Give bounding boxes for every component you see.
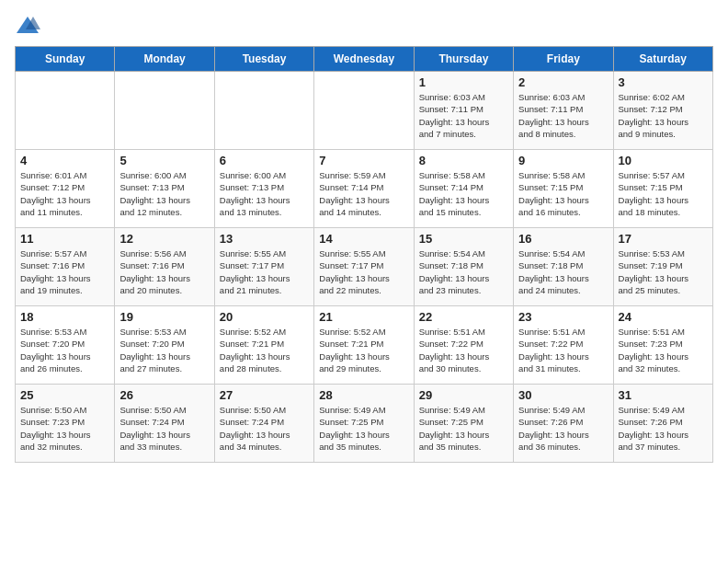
day-info: Sunrise: 5:58 AM Sunset: 7:15 PM Dayligh…: [518, 169, 608, 218]
day-info: Sunrise: 5:49 AM Sunset: 7:25 PM Dayligh…: [319, 404, 408, 453]
day-info: Sunrise: 5:52 AM Sunset: 7:21 PM Dayligh…: [319, 326, 408, 374]
day-info: Sunrise: 5:59 AM Sunset: 7:14 PM Dayligh…: [319, 169, 408, 218]
calendar-cell: 15Sunrise: 5:54 AM Sunset: 7:18 PM Dayli…: [414, 228, 513, 306]
day-number: 23: [518, 310, 608, 324]
calendar-cell: 22Sunrise: 5:51 AM Sunset: 7:22 PM Dayli…: [414, 306, 513, 385]
day-info: Sunrise: 6:03 AM Sunset: 7:11 PM Dayligh…: [518, 91, 608, 140]
calendar-cell: 19Sunrise: 5:53 AM Sunset: 7:20 PM Dayli…: [115, 306, 214, 385]
column-header-tuesday: Tuesday: [214, 47, 313, 72]
day-number: 22: [419, 310, 508, 324]
calendar-cell: 12Sunrise: 5:56 AM Sunset: 7:16 PM Dayli…: [115, 228, 214, 306]
calendar-cell: 18Sunrise: 5:53 AM Sunset: 7:20 PM Dayli…: [16, 306, 115, 385]
calendar-cell: 5Sunrise: 6:00 AM Sunset: 7:13 PM Daylig…: [115, 150, 214, 228]
calendar-cell: 7Sunrise: 5:59 AM Sunset: 7:14 PM Daylig…: [314, 150, 414, 228]
calendar-cell: 21Sunrise: 5:52 AM Sunset: 7:21 PM Dayli…: [314, 306, 414, 385]
calendar-cell: 23Sunrise: 5:51 AM Sunset: 7:22 PM Dayli…: [514, 306, 613, 385]
calendar-cell: [16, 72, 115, 150]
day-info: Sunrise: 5:55 AM Sunset: 7:17 PM Dayligh…: [319, 247, 408, 296]
calendar-cell: 1Sunrise: 6:03 AM Sunset: 7:11 PM Daylig…: [414, 72, 513, 150]
day-number: 16: [518, 232, 608, 246]
day-number: 28: [319, 388, 408, 402]
day-info: Sunrise: 5:58 AM Sunset: 7:14 PM Dayligh…: [419, 169, 508, 218]
day-number: 3: [619, 75, 708, 89]
calendar-cell: 8Sunrise: 5:58 AM Sunset: 7:14 PM Daylig…: [414, 150, 513, 228]
calendar-cell: 25Sunrise: 5:50 AM Sunset: 7:23 PM Dayli…: [16, 385, 115, 463]
day-info: Sunrise: 5:56 AM Sunset: 7:16 PM Dayligh…: [119, 247, 209, 296]
calendar-table: SundayMondayTuesdayWednesdayThursdayFrid…: [15, 46, 713, 463]
day-info: Sunrise: 6:01 AM Sunset: 7:12 PM Dayligh…: [20, 169, 109, 218]
calendar-cell: [314, 72, 414, 150]
day-number: 31: [619, 388, 708, 402]
day-number: 24: [619, 310, 708, 324]
calendar-cell: 10Sunrise: 5:57 AM Sunset: 7:15 PM Dayli…: [613, 150, 712, 228]
calendar-cell: 28Sunrise: 5:49 AM Sunset: 7:25 PM Dayli…: [314, 385, 414, 463]
logo-icon: [15, 15, 40, 35]
day-number: 20: [220, 310, 309, 324]
week-row-5: 25Sunrise: 5:50 AM Sunset: 7:23 PM Dayli…: [16, 385, 713, 463]
day-number: 2: [518, 75, 608, 89]
day-info: Sunrise: 5:52 AM Sunset: 7:21 PM Dayligh…: [220, 326, 309, 374]
day-info: Sunrise: 5:50 AM Sunset: 7:24 PM Dayligh…: [220, 404, 309, 453]
day-info: Sunrise: 5:55 AM Sunset: 7:17 PM Dayligh…: [220, 247, 309, 296]
day-info: Sunrise: 5:53 AM Sunset: 7:20 PM Dayligh…: [119, 326, 209, 374]
day-info: Sunrise: 6:02 AM Sunset: 7:12 PM Dayligh…: [619, 91, 708, 140]
day-number: 26: [119, 388, 209, 402]
day-info: Sunrise: 5:54 AM Sunset: 7:18 PM Dayligh…: [419, 247, 508, 296]
day-number: 1: [419, 75, 508, 89]
day-number: 27: [220, 388, 309, 402]
column-header-monday: Monday: [115, 47, 214, 72]
day-info: Sunrise: 5:49 AM Sunset: 7:26 PM Dayligh…: [518, 404, 608, 453]
day-info: Sunrise: 5:53 AM Sunset: 7:20 PM Dayligh…: [20, 326, 109, 374]
column-header-sunday: Sunday: [16, 47, 115, 72]
day-info: Sunrise: 5:49 AM Sunset: 7:26 PM Dayligh…: [619, 404, 708, 453]
calendar-cell: 14Sunrise: 5:55 AM Sunset: 7:17 PM Dayli…: [314, 228, 414, 306]
day-info: Sunrise: 5:51 AM Sunset: 7:22 PM Dayligh…: [518, 326, 608, 374]
day-number: 21: [319, 310, 408, 324]
day-number: 29: [419, 388, 508, 402]
day-info: Sunrise: 6:00 AM Sunset: 7:13 PM Dayligh…: [119, 169, 209, 218]
calendar-cell: [115, 72, 214, 150]
day-info: Sunrise: 5:50 AM Sunset: 7:24 PM Dayligh…: [119, 404, 209, 453]
day-number: 12: [119, 232, 209, 246]
day-info: Sunrise: 5:57 AM Sunset: 7:15 PM Dayligh…: [619, 169, 708, 218]
day-info: Sunrise: 5:51 AM Sunset: 7:23 PM Dayligh…: [619, 326, 708, 374]
day-number: 30: [518, 388, 608, 402]
day-number: 17: [619, 232, 708, 246]
calendar-cell: 13Sunrise: 5:55 AM Sunset: 7:17 PM Dayli…: [214, 228, 313, 306]
calendar-cell: 24Sunrise: 5:51 AM Sunset: 7:23 PM Dayli…: [613, 306, 712, 385]
calendar-cell: 6Sunrise: 6:00 AM Sunset: 7:13 PM Daylig…: [214, 150, 313, 228]
calendar-cell: 17Sunrise: 5:53 AM Sunset: 7:19 PM Dayli…: [613, 228, 712, 306]
day-info: Sunrise: 6:03 AM Sunset: 7:11 PM Dayligh…: [419, 91, 508, 140]
week-row-3: 11Sunrise: 5:57 AM Sunset: 7:16 PM Dayli…: [16, 228, 713, 306]
calendar-cell: 31Sunrise: 5:49 AM Sunset: 7:26 PM Dayli…: [613, 385, 712, 463]
day-info: Sunrise: 5:53 AM Sunset: 7:19 PM Dayligh…: [619, 247, 708, 296]
day-info: Sunrise: 5:57 AM Sunset: 7:16 PM Dayligh…: [20, 247, 109, 296]
calendar-cell: 9Sunrise: 5:58 AM Sunset: 7:15 PM Daylig…: [514, 150, 613, 228]
day-info: Sunrise: 5:49 AM Sunset: 7:25 PM Dayligh…: [419, 404, 508, 453]
page-header: [15, 15, 713, 35]
day-number: 14: [319, 232, 408, 246]
calendar-cell: 20Sunrise: 5:52 AM Sunset: 7:21 PM Dayli…: [214, 306, 313, 385]
day-number: 6: [220, 154, 309, 167]
day-number: 15: [419, 232, 508, 246]
day-number: 25: [20, 388, 109, 402]
day-info: Sunrise: 5:54 AM Sunset: 7:18 PM Dayligh…: [518, 247, 608, 296]
day-info: Sunrise: 5:50 AM Sunset: 7:23 PM Dayligh…: [20, 404, 109, 453]
calendar-cell: 27Sunrise: 5:50 AM Sunset: 7:24 PM Dayli…: [214, 385, 313, 463]
calendar-cell: 4Sunrise: 6:01 AM Sunset: 7:12 PM Daylig…: [16, 150, 115, 228]
column-header-friday: Friday: [514, 47, 613, 72]
day-number: 18: [20, 310, 109, 324]
day-number: 13: [220, 232, 309, 246]
calendar-cell: 29Sunrise: 5:49 AM Sunset: 7:25 PM Dayli…: [414, 385, 513, 463]
calendar-cell: 2Sunrise: 6:03 AM Sunset: 7:11 PM Daylig…: [514, 72, 613, 150]
day-number: 7: [319, 154, 408, 167]
day-info: Sunrise: 6:00 AM Sunset: 7:13 PM Dayligh…: [220, 169, 309, 218]
week-row-1: 1Sunrise: 6:03 AM Sunset: 7:11 PM Daylig…: [16, 72, 713, 150]
day-number: 4: [20, 154, 109, 167]
calendar-cell: 3Sunrise: 6:02 AM Sunset: 7:12 PM Daylig…: [613, 72, 712, 150]
logo: [15, 15, 44, 35]
calendar-cell: 11Sunrise: 5:57 AM Sunset: 7:16 PM Dayli…: [16, 228, 115, 306]
week-row-2: 4Sunrise: 6:01 AM Sunset: 7:12 PM Daylig…: [16, 150, 713, 228]
day-info: Sunrise: 5:51 AM Sunset: 7:22 PM Dayligh…: [419, 326, 508, 374]
day-number: 19: [119, 310, 209, 324]
